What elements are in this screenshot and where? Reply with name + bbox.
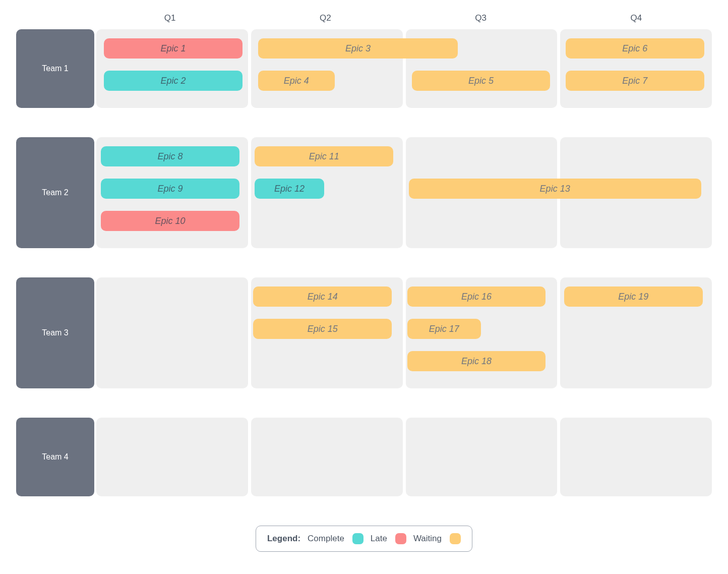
column-header-q3: Q3: [405, 10, 557, 26]
legend-swatch-complete: [352, 533, 363, 544]
epic-bar[interactable]: Epic 13: [409, 179, 701, 199]
column-header-q1: Q1: [94, 10, 246, 26]
swimlane-team-2: Team 2Epic 8Epic 9Epic 10Epic 11Epic 12E…: [16, 137, 712, 248]
epic-bar[interactable]: Epic 19: [564, 286, 703, 307]
epic-bar[interactable]: Epic 10: [101, 211, 239, 231]
legend-item-label: Late: [371, 534, 387, 544]
epic-layer: Epic 8Epic 9Epic 10Epic 11Epic 12Epic 13: [96, 137, 712, 248]
epic-bar[interactable]: Epic 5: [412, 71, 551, 91]
epic-bar[interactable]: Epic 1: [104, 38, 242, 59]
epic-bar[interactable]: Epic 9: [101, 179, 239, 199]
legend-title: Legend:: [267, 534, 300, 544]
epic-bar[interactable]: Epic 18: [407, 351, 546, 371]
legend: Legend: CompleteLateWaiting: [256, 526, 472, 552]
team-label: Team 2: [16, 137, 94, 248]
legend-swatch-waiting: [450, 533, 461, 544]
epic-layer: [96, 418, 712, 496]
swimlane-team-4: Team 4: [16, 418, 712, 496]
epic-bar[interactable]: Epic 17: [407, 319, 481, 339]
lane-grid: [96, 418, 712, 496]
epic-bar[interactable]: Epic 14: [253, 286, 392, 307]
epic-layer: Epic 14Epic 15Epic 16Epic 17Epic 18Epic …: [96, 277, 712, 388]
swimlane-team-3: Team 3Epic 14Epic 15Epic 16Epic 17Epic 1…: [16, 277, 712, 388]
swimlanes-container: Team 1Epic 1Epic 2Epic 3Epic 4Epic 5Epic…: [16, 29, 712, 496]
epic-bar[interactable]: Epic 4: [258, 71, 335, 91]
lane-grid: Epic 14Epic 15Epic 16Epic 17Epic 18Epic …: [96, 277, 712, 388]
epic-bar[interactable]: Epic 7: [566, 71, 704, 91]
lane-grid: Epic 1Epic 2Epic 3Epic 4Epic 5Epic 6Epic…: [96, 29, 712, 108]
epic-bar[interactable]: Epic 8: [101, 146, 239, 166]
legend-item-label: Complete: [308, 534, 344, 544]
team-label: Team 4: [16, 418, 94, 496]
legend-swatch-late: [395, 533, 406, 544]
column-header-q4: Q4: [561, 10, 712, 26]
swimlane-team-1: Team 1Epic 1Epic 2Epic 3Epic 4Epic 5Epic…: [16, 29, 712, 108]
team-label: Team 1: [16, 29, 94, 108]
epic-bar[interactable]: Epic 2: [104, 71, 242, 91]
epic-layer: Epic 1Epic 2Epic 3Epic 4Epic 5Epic 6Epic…: [96, 29, 712, 108]
epic-bar[interactable]: Epic 12: [255, 179, 324, 199]
epic-bar[interactable]: Epic 6: [566, 38, 704, 59]
lane-grid: Epic 8Epic 9Epic 10Epic 11Epic 12Epic 13: [96, 137, 712, 248]
epic-bar[interactable]: Epic 16: [407, 286, 546, 307]
epic-bar[interactable]: Epic 11: [255, 146, 393, 166]
column-header-q2: Q2: [250, 10, 401, 26]
column-header-row: Q1Q2Q3Q4: [16, 10, 712, 26]
quarters-header: Q1Q2Q3Q4: [94, 10, 712, 26]
epic-bar[interactable]: Epic 3: [258, 38, 458, 59]
epic-bar[interactable]: Epic 15: [253, 319, 392, 339]
team-label: Team 3: [16, 277, 94, 388]
legend-item-label: Waiting: [413, 534, 442, 544]
legend-wrap: Legend: CompleteLateWaiting: [16, 526, 712, 552]
